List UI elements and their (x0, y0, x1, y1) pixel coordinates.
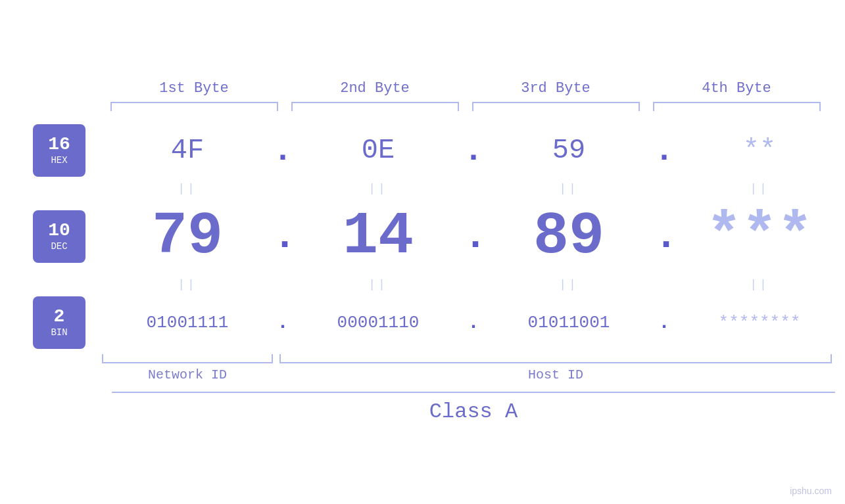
eq2-3: || (483, 278, 654, 291)
dec-byte4: *** (674, 203, 845, 270)
eq1-4: || (674, 182, 845, 195)
host-id-bracket-container: Host ID (279, 354, 832, 382)
byte1-header: 1st Byte (104, 80, 285, 97)
equals-sep-1: || || || || (0, 177, 845, 200)
eq1-3: || (483, 182, 654, 195)
dec-byte2: 14 (293, 203, 464, 270)
bracket-top-4 (653, 102, 821, 111)
bin-dot1: . (273, 311, 293, 334)
class-line (112, 392, 835, 393)
host-id-label: Host ID (528, 367, 583, 382)
eq-dot2-3 (654, 278, 674, 291)
byte4-header: 4th Byte (646, 80, 827, 97)
bracket-top-1 (110, 102, 278, 111)
network-id-label: Network ID (148, 367, 227, 382)
bin-byte1: 01001111 (102, 313, 273, 332)
equals-sep-inner-1: || || || || (102, 182, 845, 195)
bin-byte3: 01011001 (483, 313, 654, 332)
network-id-bracket-container: Network ID (102, 354, 273, 382)
dec-byte3: 89 (483, 203, 654, 270)
eq1-2: || (293, 182, 464, 195)
eq-dot-2 (464, 182, 483, 195)
bracket-top-3 (472, 102, 640, 111)
byte-headers: 1st Byte 2nd Byte 3rd Byte 4th Byte (104, 80, 827, 97)
dec-row: 10 DEC 79 . 14 . 89 . *** (0, 200, 845, 273)
dec-badge: 10 DEC (33, 210, 85, 263)
eq2-1: || (102, 278, 273, 291)
bin-badge-label: BIN (51, 327, 67, 338)
hex-badge-number: 16 (48, 135, 70, 154)
eq-dot2-1 (273, 278, 293, 291)
top-brackets (104, 102, 827, 111)
bottom-bracket-area: Network ID Host ID (0, 354, 845, 382)
bin-dot2: . (464, 311, 483, 334)
bin-byte4: ******** (674, 313, 845, 332)
byte3-header: 3rd Byte (466, 80, 646, 97)
eq2-4: || (674, 278, 845, 291)
dec-values: 79 . 14 . 89 . *** (102, 203, 845, 270)
hex-dot1: . (273, 132, 293, 170)
hex-byte2: 0E (293, 135, 464, 166)
eq-dot-3 (654, 182, 674, 195)
hex-values: 4F . 0E . 59 . ** (102, 132, 845, 170)
bin-badge-number: 2 (54, 308, 65, 326)
bin-row: 2 BIN 01001111 . 00001110 . 01011001 . *… (0, 296, 845, 349)
dec-dot1: . (273, 214, 293, 259)
main-container: 1st Byte 2nd Byte 3rd Byte 4th Byte 16 H… (0, 0, 845, 504)
eq-dot-1 (273, 182, 293, 195)
eq1-1: || (102, 182, 273, 195)
dec-badge-label: DEC (51, 241, 67, 252)
equals-sep-inner-2: || || || || (102, 278, 845, 291)
hex-dot3: . (654, 132, 674, 170)
dec-badge-number: 10 (48, 221, 70, 240)
hex-badge-label: HEX (51, 155, 67, 166)
hex-byte4: ** (674, 135, 845, 166)
bin-byte2: 00001110 (293, 313, 464, 332)
dec-byte1: 79 (102, 203, 273, 270)
class-label: Class A (429, 400, 518, 424)
hex-row: 16 HEX 4F . 0E . 59 . ** (0, 124, 845, 177)
class-row: Class A (112, 392, 835, 424)
bin-dot3: . (654, 311, 674, 334)
watermark: ipshu.com (790, 486, 832, 496)
hex-dot2: . (464, 132, 483, 170)
bracket-top-2 (291, 102, 459, 111)
host-id-bracket (279, 354, 832, 363)
hex-byte3: 59 (483, 135, 654, 166)
network-id-bracket (102, 354, 273, 363)
byte2-header: 2nd Byte (285, 80, 466, 97)
eq-dot2-2 (464, 278, 483, 291)
bin-badge: 2 BIN (33, 296, 85, 349)
hex-byte1: 4F (102, 135, 273, 166)
equals-sep-2: || || || || (0, 273, 845, 296)
eq2-2: || (293, 278, 464, 291)
bin-values: 01001111 . 00001110 . 01011001 . *******… (102, 311, 845, 334)
dec-dot3: . (654, 214, 674, 259)
hex-badge: 16 HEX (33, 124, 85, 177)
dec-dot2: . (464, 214, 483, 259)
